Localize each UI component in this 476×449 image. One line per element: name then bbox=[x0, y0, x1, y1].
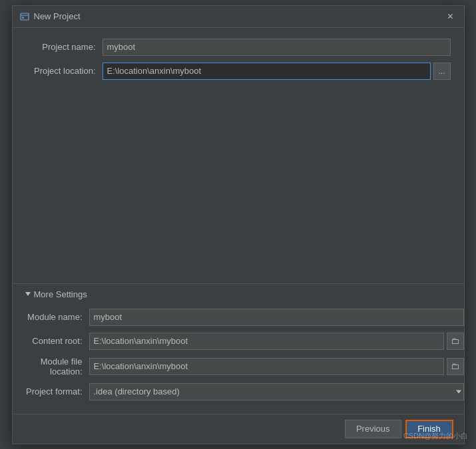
module-file-location-wrap: 🗀 bbox=[89, 358, 464, 375]
project-location-label: Project location: bbox=[26, 66, 103, 76]
content-root-wrap: 🗀 bbox=[89, 333, 464, 350]
project-format-label: Project format: bbox=[13, 386, 89, 396]
module-name-input[interactable] bbox=[89, 309, 464, 326]
module-file-location-label: Module file location: bbox=[13, 357, 89, 376]
module-file-location-browse-button[interactable]: 🗀 bbox=[447, 358, 464, 375]
content-root-row: Content root: 🗀 bbox=[13, 333, 464, 350]
browse-button[interactable]: ... bbox=[433, 63, 451, 80]
project-format-select[interactable]: .idea (directory based) Eclipse (classic… bbox=[89, 383, 464, 400]
svg-rect-2 bbox=[22, 17, 24, 19]
project-icon bbox=[19, 11, 30, 22]
triangle-icon bbox=[25, 292, 31, 296]
module-name-row: Module name: bbox=[13, 309, 464, 326]
folder-icon-2: 🗀 bbox=[451, 361, 459, 371]
content-root-input[interactable] bbox=[89, 333, 444, 350]
dialog-footer: Previous Finish bbox=[13, 414, 464, 444]
project-format-select-wrap: .idea (directory based) Eclipse (classic… bbox=[89, 383, 464, 400]
dialog-title: New Project bbox=[34, 11, 81, 21]
title-bar: New Project × bbox=[13, 6, 464, 28]
project-name-row: Project name: bbox=[26, 39, 451, 56]
project-location-input[interactable] bbox=[103, 63, 431, 80]
svg-rect-0 bbox=[21, 13, 29, 20]
more-settings-toggle[interactable]: More Settings bbox=[13, 284, 464, 305]
project-location-row: Project location: ... bbox=[26, 63, 451, 80]
project-name-input[interactable] bbox=[103, 39, 451, 56]
dialog-body: Project name: Project location: ... bbox=[13, 28, 464, 283]
module-file-location-row: Module file location: 🗀 bbox=[13, 357, 464, 376]
project-format-row: Project format: .idea (directory based) … bbox=[13, 383, 464, 400]
module-file-location-input[interactable] bbox=[89, 358, 444, 375]
close-button[interactable]: × bbox=[444, 10, 457, 23]
content-root-browse-button[interactable]: 🗀 bbox=[447, 333, 464, 350]
more-settings-content: Module name: Content root: 🗀 Module file… bbox=[13, 305, 464, 414]
project-name-wrap bbox=[103, 39, 451, 56]
module-name-label: Module name: bbox=[13, 312, 89, 322]
title-bar-left: New Project bbox=[19, 11, 81, 22]
project-location-wrap: ... bbox=[103, 63, 451, 80]
project-format-wrap: .idea (directory based) Eclipse (classic… bbox=[89, 383, 464, 400]
project-name-label: Project name: bbox=[26, 42, 103, 52]
previous-button[interactable]: Previous bbox=[345, 420, 401, 438]
module-name-wrap bbox=[89, 309, 464, 326]
more-settings-label: More Settings bbox=[34, 289, 87, 299]
folder-icon: 🗀 bbox=[451, 336, 459, 346]
content-spacer bbox=[26, 86, 451, 273]
new-project-dialog: New Project × Project name: Project loca… bbox=[12, 5, 465, 444]
content-root-label: Content root: bbox=[13, 336, 89, 346]
more-settings-section: More Settings Module name: Content root:… bbox=[13, 283, 464, 414]
finish-button[interactable]: Finish bbox=[405, 420, 453, 438]
